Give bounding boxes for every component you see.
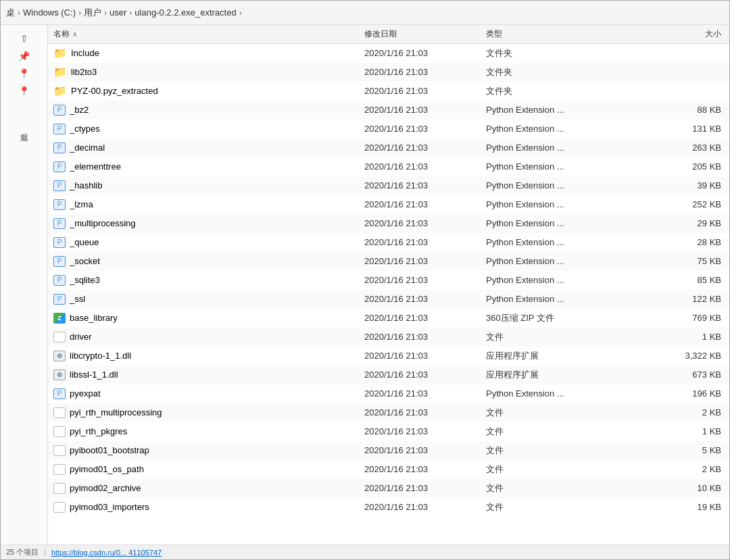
cell-date: 2020/1/16 21:03 <box>364 313 486 323</box>
file-name-label: _hashlib <box>70 180 102 190</box>
cell-date: 2020/1/16 21:03 <box>364 294 486 304</box>
col-header-date[interactable]: 修改日期 <box>364 28 486 40</box>
file-icon <box>53 407 66 418</box>
col-name-label: 名称 <box>53 28 70 40</box>
cell-type: 文件 <box>486 501 608 513</box>
pyd-icon: P <box>53 161 66 172</box>
col-header-type[interactable]: 类型 <box>486 28 608 40</box>
breadcrumb-c-drive[interactable]: Windows (C:) <box>23 7 76 18</box>
table-row[interactable]: P _multiprocessing 2020/1/16 21:03 Pytho… <box>48 214 729 233</box>
table-row[interactable]: Z base_library 2020/1/16 21:03 360压缩 ZIP… <box>48 309 729 328</box>
file-name-label: libcrypto-1_1.dll <box>70 351 131 361</box>
cell-name: ⚙ libcrypto-1_1.dll <box>53 351 364 361</box>
cell-type: Python Extension ... <box>486 294 608 304</box>
file-name-label: _ssl <box>70 294 85 304</box>
cell-type: Python Extension ... <box>486 237 608 247</box>
cell-name: pyimod02_archive <box>53 483 364 494</box>
cell-type: 文件夹 <box>486 66 608 78</box>
cell-date: 2020/1/16 21:03 <box>364 464 486 474</box>
cell-name: P _decimal <box>53 143 364 153</box>
status-bar: 25 个项目 | https://blog.csdn.ru/0... 41105… <box>1 544 729 559</box>
file-name-label: _socket <box>70 256 100 266</box>
table-row[interactable]: 📁 PYZ-00.pyz_extracted 2020/1/16 21:03 文… <box>48 82 729 101</box>
cell-type: 文件 <box>486 407 608 419</box>
file-icon <box>53 502 66 513</box>
cell-type: 文件 <box>486 426 608 438</box>
zip-icon: Z <box>53 313 66 324</box>
breadcrumb-current[interactable]: ulang-0.2.2.exe_extracted <box>135 7 236 18</box>
breadcrumb-bar: 桌 › Windows (C:) › 用户 › user › ulang-0.2… <box>1 1 729 25</box>
cell-size: 769 KB <box>608 313 729 323</box>
table-row[interactable]: pyimod01_os_path 2020/1/16 21:03 文件 2 KB <box>48 460 729 479</box>
file-name-label: pyimod02_archive <box>70 483 141 493</box>
pyd-icon: P <box>53 294 66 305</box>
cell-name: P _ssl <box>53 294 364 305</box>
table-row[interactable]: P _elementtree 2020/1/16 21:03 Python Ex… <box>48 157 729 176</box>
cell-name: pyiboot01_bootstrap <box>53 445 364 456</box>
table-row[interactable]: P _ctypes 2020/1/16 21:03 Python Extensi… <box>48 120 729 138</box>
cell-date: 2020/1/16 21:03 <box>364 483 486 493</box>
file-icon <box>53 464 66 475</box>
table-row[interactable]: P _lzma 2020/1/16 21:03 Python Extension… <box>48 195 729 214</box>
cell-size: 75 KB <box>608 256 729 266</box>
table-row[interactable]: P _socket 2020/1/16 21:03 Python Extensi… <box>48 252 729 271</box>
breadcrumb-users[interactable]: 用户 <box>84 7 101 19</box>
cell-name: 📁 PYZ-00.pyz_extracted <box>53 84 364 97</box>
breadcrumb-home[interactable]: 桌 <box>6 7 15 19</box>
cell-name: P _queue <box>53 237 364 248</box>
cell-name: P _multiprocessing <box>53 218 364 229</box>
file-name-label: base_library <box>70 313 118 323</box>
cell-size: 2 KB <box>608 407 729 417</box>
table-row[interactable]: pyi_rth_multiprocessing 2020/1/16 21:03 … <box>48 403 729 422</box>
cell-date: 2020/1/16 21:03 <box>364 124 486 134</box>
col-header-name[interactable]: 名称 ∧ <box>53 28 364 40</box>
cell-size: 122 KB <box>608 294 729 304</box>
table-row[interactable]: P _bz2 2020/1/16 21:03 Python Extension … <box>48 101 729 120</box>
cell-date: 2020/1/16 21:03 <box>364 388 486 399</box>
cell-name: pyimod01_os_path <box>53 464 364 475</box>
pyd-icon: P <box>53 218 66 229</box>
cell-type: 文件夹 <box>486 47 608 59</box>
cell-date: 2020/1/16 21:03 <box>364 161 486 172</box>
table-row[interactable]: 📁 lib2to3 2020/1/16 21:03 文件夹 <box>48 63 729 82</box>
cell-size: 88 KB <box>608 105 729 115</box>
table-row[interactable]: P _hashlib 2020/1/16 21:03 Python Extens… <box>48 176 729 195</box>
cell-type: Python Extension ... <box>486 143 608 153</box>
sidebar-pin-btn[interactable]: 📌 <box>14 48 35 64</box>
file-name-label: lib2to3 <box>71 67 97 77</box>
dll-icon: ⚙ <box>53 370 66 380</box>
col-header-size[interactable]: 大小 <box>608 28 729 40</box>
cell-name: ⚙ libssl-1_1.dll <box>53 370 364 380</box>
table-row[interactable]: pyiboot01_bootstrap 2020/1/16 21:03 文件 5… <box>48 441 729 460</box>
breadcrumb-user[interactable]: user <box>110 7 126 18</box>
cell-name: P _socket <box>53 256 364 267</box>
sidebar-pin2-btn[interactable]: 📍 <box>14 66 35 82</box>
table-row[interactable]: driver 2020/1/16 21:03 文件 1 KB <box>48 328 729 347</box>
table-row[interactable]: P _sqlite3 2020/1/16 21:03 Python Extens… <box>48 271 729 290</box>
cell-date: 2020/1/16 21:03 <box>364 67 486 77</box>
cell-name: P _hashlib <box>53 180 364 191</box>
table-row[interactable]: 📁 Include 2020/1/16 21:03 文件夹 <box>48 44 729 63</box>
cell-date: 2020/1/16 21:03 <box>364 86 486 96</box>
table-row[interactable]: ⚙ libcrypto-1_1.dll 2020/1/16 21:03 应用程序… <box>48 347 729 365</box>
col-name-sort-icon: ∧ <box>72 30 77 38</box>
file-area[interactable]: 名称 ∧ 修改日期 类型 大小 📁 Include 2020/1/16 21:0… <box>48 25 729 544</box>
cell-name: P _sqlite3 <box>53 275 364 286</box>
status-link[interactable]: https://blog.csdn.ru/0... 41105747 <box>51 549 162 557</box>
table-row[interactable]: ⚙ libssl-1_1.dll 2020/1/16 21:03 应用程序扩展 … <box>48 365 729 384</box>
file-name-label: pyimod03_importers <box>70 502 149 512</box>
sidebar-pin3-btn[interactable]: 📍 <box>14 83 35 99</box>
table-row[interactable]: P _queue 2020/1/16 21:03 Python Extensio… <box>48 233 729 252</box>
cell-size: 252 KB <box>608 199 729 209</box>
table-row[interactable]: P _decimal 2020/1/16 21:03 Python Extens… <box>48 138 729 157</box>
table-row[interactable]: pyimod03_importers 2020/1/16 21:03 文件 19… <box>48 498 729 517</box>
table-row[interactable]: pyi_rth_pkgres 2020/1/16 21:03 文件 1 KB <box>48 422 729 441</box>
sidebar-up-btn[interactable]: ⇧ <box>14 30 35 47</box>
table-row[interactable]: P _ssl 2020/1/16 21:03 Python Extension … <box>48 290 729 309</box>
cell-type: 360压缩 ZIP 文件 <box>486 312 608 324</box>
cell-type: 应用程序扩展 <box>486 369 608 381</box>
table-row[interactable]: P pyexpat 2020/1/16 21:03 Python Extensi… <box>48 384 729 403</box>
table-row[interactable]: pyimod02_archive 2020/1/16 21:03 文件 10 K… <box>48 479 729 498</box>
explorer-window: 桌 › Windows (C:) › 用户 › user › ulang-0.2… <box>0 0 730 560</box>
cell-type: Python Extension ... <box>486 256 608 266</box>
